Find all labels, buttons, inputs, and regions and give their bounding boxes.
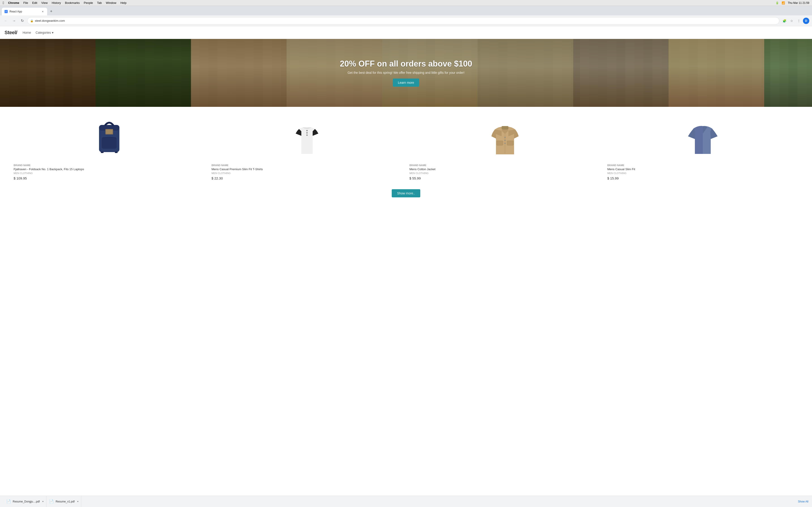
- clock: Thu Mar 11 21:59: [788, 1, 809, 5]
- bookmark-button[interactable]: ☆: [789, 18, 795, 24]
- svg-point-16: [504, 143, 505, 144]
- forward-button[interactable]: →: [11, 18, 17, 24]
- tab-close-button[interactable]: ✕: [41, 10, 44, 13]
- svg-point-9: [306, 134, 308, 136]
- product-name: Fjallraven - Foldsack No. 1 Backpack, Fi…: [14, 167, 205, 171]
- product-image-jacket: [409, 116, 601, 161]
- product-card[interactable]: BRAND NAME Fjallraven - Foldsack No. 1 B…: [14, 116, 205, 180]
- svg-point-14: [504, 137, 505, 138]
- product-price: $ 109.95: [14, 176, 205, 180]
- menubar-tab[interactable]: Tab: [97, 1, 102, 5]
- svg-rect-5: [101, 152, 104, 153]
- macos-menubar:  Chrome File Edit View History Bookmark…: [0, 0, 812, 6]
- product-price: $ 15.99: [607, 176, 799, 180]
- product-name: Mens Casual Premium Slim Fit T-Shirts: [212, 167, 403, 171]
- chrome-tab-active[interactable]: ⚛ React App ✕: [2, 8, 47, 15]
- hero-banner: 20% OFF on all orders above $100 Get the…: [0, 39, 812, 107]
- site-nav-links: Home Categories ▾: [23, 31, 53, 35]
- reload-button[interactable]: ↻: [19, 18, 26, 24]
- product-card[interactable]: BRAND NAME Mens Casual Premium Slim Fit …: [212, 116, 403, 180]
- menubar-bookmarks[interactable]: Bookmarks: [65, 1, 80, 5]
- svg-rect-4: [106, 130, 112, 134]
- menubar-view[interactable]: View: [41, 1, 48, 5]
- product-image-backpack: [14, 116, 205, 161]
- chrome-tabbar: ⚛ React App ✕ +: [0, 6, 812, 15]
- hero-learn-more-button[interactable]: Learn more: [393, 78, 419, 87]
- menubar-help[interactable]: Help: [120, 1, 126, 5]
- tab-title: React App: [9, 10, 39, 13]
- show-more-button[interactable]: Show more..: [392, 189, 420, 198]
- product-name: Mens Cotton Jacket: [409, 167, 601, 171]
- tab-favicon: ⚛: [5, 10, 8, 13]
- products-section: BRAND NAME Fjallraven - Foldsack No. 1 B…: [0, 107, 812, 218]
- product-card[interactable]: BRAND NAME Mens Casual Slim Fit MEN CLOT…: [607, 116, 799, 180]
- svg-rect-11: [497, 141, 503, 145]
- toolbar-right-icons: 🧩 ☆ ⋮ D: [781, 18, 809, 24]
- product-brand: BRAND NAME: [409, 164, 601, 167]
- new-tab-button[interactable]: +: [48, 8, 54, 14]
- jacket-svg: [488, 118, 522, 159]
- product-category: MEN CLOTHING: [14, 172, 205, 174]
- settings-button[interactable]: ⋮: [796, 18, 802, 24]
- categories-chevron-icon: ▾: [52, 31, 53, 35]
- extensions-button[interactable]: 🧩: [781, 18, 788, 24]
- hero-subtitle: Get the best deal for this spring! We of…: [340, 71, 472, 74]
- product-image-tshirt: [212, 116, 403, 161]
- tshirt-svg: [291, 119, 323, 159]
- svg-point-8: [306, 132, 308, 133]
- battery-icon: 🔋: [775, 1, 779, 5]
- hero-content: 20% OFF on all orders above $100 Get the…: [340, 59, 472, 87]
- backpack-svg: [92, 118, 126, 159]
- menubar-right: 🔋 📶 Thu Mar 11 21:59: [775, 1, 809, 5]
- product-brand: BRAND NAME: [607, 164, 799, 167]
- menubar-file[interactable]: File: [23, 1, 28, 5]
- wifi-icon: 📶: [782, 1, 785, 5]
- svg-rect-10: [502, 126, 508, 129]
- product-price: $ 55.99: [409, 176, 601, 180]
- nav-categories[interactable]: Categories ▾: [36, 31, 53, 35]
- svg-point-15: [504, 140, 505, 141]
- show-more-container: Show more..: [14, 189, 798, 202]
- products-grid: BRAND NAME Fjallraven - Foldsack No. 1 B…: [14, 116, 798, 180]
- product-category: MEN CLOTHING: [409, 172, 601, 174]
- svg-rect-2: [102, 137, 117, 149]
- profile-button[interactable]: D: [803, 18, 809, 24]
- product-price: $ 22.30: [212, 176, 403, 180]
- url-text: steel.dongwankim.com: [35, 19, 65, 22]
- site-nav: Steell Home Categories ▾: [0, 26, 812, 39]
- address-bar[interactable]: 🔒 steel.dongwankim.com: [27, 17, 779, 24]
- product-card[interactable]: BRAND NAME Mens Cotton Jacket MEN CLOTHI…: [409, 116, 601, 180]
- site-logo[interactable]: Steell: [5, 30, 17, 36]
- product-brand: BRAND NAME: [14, 164, 205, 167]
- menubar-history[interactable]: History: [52, 1, 61, 5]
- product-image-longsleeve: [607, 116, 799, 161]
- menubar-people[interactable]: People: [84, 1, 93, 5]
- nav-home[interactable]: Home: [23, 31, 31, 35]
- svg-rect-12: [507, 141, 513, 145]
- product-category: MEN CLOTHING: [607, 172, 799, 174]
- svg-rect-6: [115, 152, 117, 153]
- product-brand: BRAND NAME: [212, 164, 403, 167]
- product-name: Mens Casual Slim Fit: [607, 167, 799, 171]
- hero-title: 20% OFF on all orders above $100: [340, 59, 472, 69]
- menubar-chrome[interactable]: Chrome: [8, 1, 19, 5]
- longsleeve-svg: [686, 118, 720, 159]
- menubar-window[interactable]: Window: [106, 1, 116, 5]
- back-button[interactable]: ←: [3, 18, 9, 24]
- chrome-toolbar: ← → ↻ 🔒 steel.dongwankim.com 🧩 ☆ ⋮ D: [0, 15, 812, 26]
- apple-icon[interactable]: : [3, 1, 4, 5]
- svg-point-7: [306, 130, 308, 131]
- menubar-edit[interactable]: Edit: [32, 1, 37, 5]
- product-category: MEN CLOTHING: [212, 172, 403, 174]
- lock-icon: 🔒: [30, 19, 34, 22]
